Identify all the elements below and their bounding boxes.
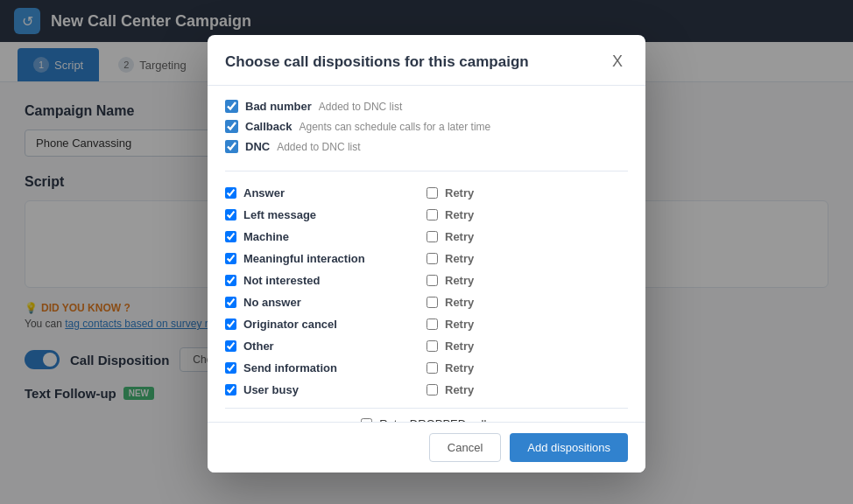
modal-body: Bad number Added to DNC list Callback Ag… [208, 86, 645, 422]
callback-checkbox[interactable] [225, 120, 238, 133]
not-interested-checkbox[interactable] [225, 275, 236, 286]
other-label: Other [243, 340, 274, 353]
user-busy-checkbox[interactable] [225, 384, 236, 396]
meaningful-retry-label: Retry [445, 252, 474, 265]
add-dispositions-button[interactable]: Add dispositions [510, 433, 628, 462]
machine-retry-label: Retry [445, 230, 474, 243]
send-information-checkbox[interactable] [225, 362, 236, 374]
not-interested-label: Not interested [243, 274, 320, 287]
answer-retry-checkbox[interactable] [426, 187, 438, 199]
user-busy-retry-label: Retry [445, 383, 474, 396]
no-answer-checkbox[interactable] [225, 297, 236, 308]
no-answer-label: No answer [243, 296, 301, 309]
bad-number-row: Bad number Added to DNC list [225, 100, 628, 113]
meaningful-label: Meaningful interaction [243, 252, 365, 265]
left-message-retry-checkbox[interactable] [426, 209, 438, 220]
answer-checkbox[interactable] [225, 187, 236, 199]
answer-label: Answer [243, 186, 285, 200]
meaningful-retry-checkbox[interactable] [426, 253, 438, 264]
user-busy-label: User busy [243, 383, 299, 396]
modal-title: Choose call dispositions for this campai… [225, 53, 529, 71]
no-answer-retry-label: Retry [445, 296, 474, 309]
retry-dropped-row: Retry DROPPED calls [225, 408, 628, 422]
dnc-checkbox[interactable] [225, 140, 238, 153]
originator-cancel-left: Originator cancel [225, 313, 426, 335]
machine-retry: Retry [426, 226, 628, 248]
send-information-retry-label: Retry [445, 361, 474, 374]
no-answer-retry-checkbox[interactable] [426, 297, 438, 308]
modal-overlay: Choose call dispositions for this campai… [0, 0, 853, 504]
originator-cancel-retry: Retry [426, 313, 628, 335]
left-message-checkbox[interactable] [225, 209, 236, 220]
left-message-retry: Retry [426, 204, 628, 226]
originator-cancel-retry-checkbox[interactable] [426, 318, 438, 330]
originator-cancel-checkbox[interactable] [225, 318, 236, 330]
callback-label: Callback [245, 120, 292, 133]
left-message-left: Left message [225, 204, 426, 226]
meaningful-retry: Retry [426, 248, 628, 270]
other-retry-checkbox[interactable] [426, 340, 438, 352]
not-interested-retry-checkbox[interactable] [426, 275, 438, 286]
originator-cancel-label: Originator cancel [243, 318, 337, 331]
other-retry: Retry [426, 335, 628, 357]
machine-checkbox[interactable] [225, 231, 236, 242]
machine-label: Machine [243, 230, 289, 243]
modal-header: Choose call dispositions for this campai… [208, 35, 645, 86]
send-information-label: Send information [243, 361, 337, 374]
left-message-label: Left message [243, 208, 316, 221]
bad-number-desc: Added to DNC list [319, 101, 402, 113]
no-answer-retry: Retry [426, 291, 628, 313]
callback-desc: Agents can schedule calls for a later ti… [299, 121, 490, 133]
disposition-grid: Answer Retry Left message Retry [225, 182, 628, 401]
bad-number-checkbox[interactable] [225, 100, 238, 113]
other-checkbox[interactable] [225, 340, 236, 352]
modal-close-button[interactable]: X [607, 51, 628, 73]
answer-left: Answer [225, 182, 426, 204]
other-retry-label: Retry [445, 340, 474, 353]
machine-retry-checkbox[interactable] [426, 231, 438, 242]
machine-left: Machine [225, 226, 426, 248]
callback-row: Callback Agents can schedule calls for a… [225, 120, 628, 133]
send-information-retry-checkbox[interactable] [426, 362, 438, 374]
user-busy-retry-checkbox[interactable] [426, 384, 438, 396]
originator-cancel-retry-label: Retry [445, 318, 474, 331]
send-information-retry: Retry [426, 357, 628, 379]
answer-retry: Retry [426, 182, 628, 204]
not-interested-retry: Retry [426, 270, 628, 291]
other-left: Other [225, 335, 426, 357]
not-interested-left: Not interested [225, 270, 426, 291]
dnc-label: DNC [245, 140, 270, 153]
user-busy-retry: Retry [426, 379, 628, 401]
user-busy-left: User busy [225, 379, 426, 401]
modal: Choose call dispositions for this campai… [208, 35, 645, 472]
send-information-left: Send information [225, 357, 426, 379]
not-interested-retry-label: Retry [445, 274, 474, 287]
fixed-dispositions: Bad number Added to DNC list Callback Ag… [225, 100, 628, 172]
modal-footer: Cancel Add dispositions [208, 422, 645, 472]
answer-retry-label: Retry [445, 186, 474, 200]
dnc-desc: Added to DNC list [277, 141, 360, 153]
meaningful-left: Meaningful interaction [225, 248, 426, 270]
cancel-button[interactable]: Cancel [429, 433, 501, 462]
meaningful-checkbox[interactable] [225, 253, 236, 264]
bad-number-label: Bad number [245, 100, 312, 113]
no-answer-left: No answer [225, 291, 426, 313]
dnc-row: DNC Added to DNC list [225, 140, 628, 153]
left-message-retry-label: Retry [445, 208, 474, 221]
